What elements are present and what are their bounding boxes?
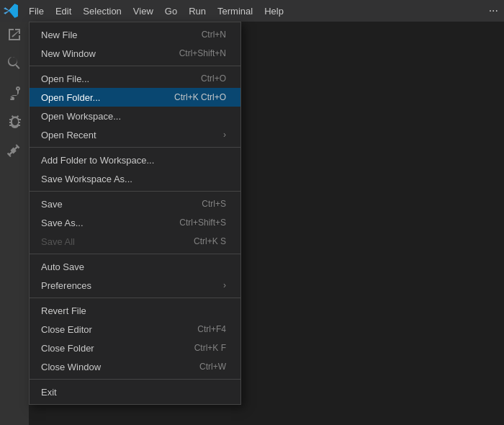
menubar: File Edit Selection View Go Run Terminal… <box>0 0 504 22</box>
separator-3 <box>30 191 240 192</box>
menu-item-save-as[interactable]: Save As... Ctrl+Shift+S <box>30 213 240 232</box>
activity-source-control-icon[interactable] <box>4 82 24 102</box>
menu-item-open-workspace[interactable]: Open Workspace... <box>30 107 240 125</box>
menu-file[interactable]: File <box>23 3 50 19</box>
activity-debug-icon[interactable] <box>4 111 24 131</box>
menu-run[interactable]: Run <box>183 3 212 19</box>
menu-item-open-file[interactable]: Open File... Ctrl+O <box>30 69 240 88</box>
menu-item-new-file[interactable]: New File Ctrl+N <box>30 25 240 44</box>
menu-item-exit[interactable]: Exit <box>30 382 240 401</box>
main-layout: New File Ctrl+N New Window Ctrl+Shift+N … <box>0 22 504 425</box>
menu-item-revert-file[interactable]: Revert File <box>30 301 240 320</box>
menu-help[interactable]: Help <box>258 3 289 19</box>
separator-5 <box>30 298 240 298</box>
separator-4 <box>30 254 240 254</box>
file-dropdown-menu: New File Ctrl+N New Window Ctrl+Shift+N … <box>29 22 241 405</box>
more-actions-icon: ··· <box>489 4 501 17</box>
menu-selection[interactable]: Selection <box>77 3 127 19</box>
activity-extensions-icon[interactable] <box>4 140 24 160</box>
menu-item-open-recent[interactable]: Open Recent › <box>30 125 240 144</box>
main-content: New File Ctrl+N New Window Ctrl+Shift+N … <box>29 22 504 425</box>
activity-search-icon[interactable] <box>4 53 24 73</box>
menu-terminal[interactable]: Terminal <box>212 3 258 19</box>
menu-item-save-all: Save All Ctrl+K S <box>30 232 240 251</box>
activity-explorer-icon[interactable] <box>4 24 24 45</box>
app-icon <box>3 3 19 19</box>
menu-item-auto-save[interactable]: Auto Save <box>30 257 240 276</box>
menu-item-open-folder[interactable]: Open Folder... Ctrl+K Ctrl+O <box>30 88 240 107</box>
menu-item-save[interactable]: Save Ctrl+S <box>30 194 240 213</box>
separator-2 <box>30 147 240 148</box>
separator-6 <box>30 379 240 380</box>
chevron-right-preferences-icon: › <box>223 280 226 290</box>
menu-item-close-folder[interactable]: Close Folder Ctrl+K F <box>30 339 240 357</box>
menu-item-preferences[interactable]: Preferences › <box>30 276 240 295</box>
menu-item-close-editor[interactable]: Close Editor Ctrl+F4 <box>30 320 240 339</box>
menu-edit[interactable]: Edit <box>50 3 77 19</box>
menu-go[interactable]: Go <box>159 3 183 19</box>
menu-item-save-workspace[interactable]: Save Workspace As... <box>30 169 240 188</box>
chevron-right-icon: › <box>223 130 226 140</box>
activity-bar <box>0 22 29 425</box>
menu-view[interactable]: View <box>127 3 159 19</box>
menu-item-new-window[interactable]: New Window Ctrl+Shift+N <box>30 44 240 63</box>
separator-1 <box>30 66 240 66</box>
menu-item-close-window[interactable]: Close Window Ctrl+W <box>30 357 240 376</box>
menu-item-add-folder[interactable]: Add Folder to Workspace... <box>30 151 240 169</box>
